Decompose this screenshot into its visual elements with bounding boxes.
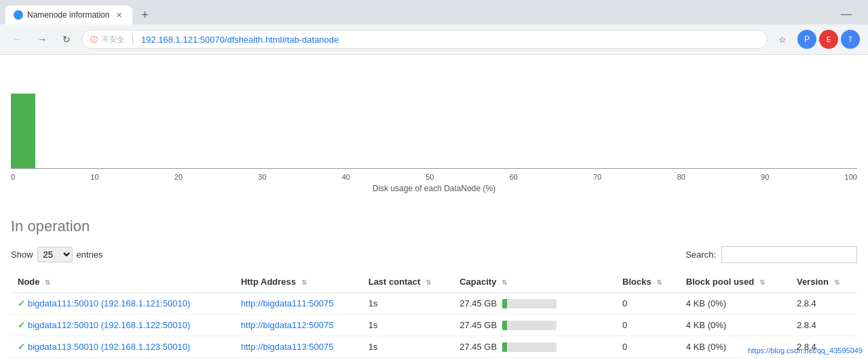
url-bar[interactable]: ⓘ 不安全 ｜ 192.168.1.121:50070/dfshealth.ht… [81,30,768,49]
cell-http-0: http://bigdata111:50075 [234,293,362,315]
cell-contact-2: 1s [362,336,453,358]
toolbar-icons: P E T [797,30,860,49]
axis-label-30: 30 [258,173,266,181]
axis-label-50: 50 [426,173,434,181]
entries-select[interactable]: 10 25 50 100 [37,247,73,262]
address-bar: ← → ↻ ⓘ 不安全 ｜ 192.168.1.121:50070/dfshea… [0,24,868,54]
capacity-cell-0: 27.45 GB [459,298,609,308]
capacity-bar-2 [502,342,506,352]
table-controls: Show 10 25 50 100 entries Search: [11,246,857,263]
check-icon: ✓ [18,342,25,352]
axis-label-40: 40 [342,173,350,181]
table-header-row: Node ⇅ Http Address ⇅ Last contact ⇅ Cap… [11,271,857,293]
cell-blocks-1: 0 [616,315,679,336]
page-content: 0 10 20 30 40 50 60 70 80 90 100 Disk us… [0,55,868,360]
http-link-2[interactable]: http://bigdata113:50075 [241,342,334,352]
sort-capacity-icon: ⇅ [502,279,507,286]
section-title: In operation [11,218,857,235]
cell-blocks-0: 0 [616,293,679,315]
http-link-1[interactable]: http://bigdata112:50075 [241,320,334,330]
axis-label-80: 80 [677,173,685,181]
col-capacity[interactable]: Capacity ⇅ [453,271,616,293]
cell-contact-0: 1s [362,293,453,315]
capacity-value-1: 27.45 GB [459,320,497,330]
cell-capacity-1: 27.45 GB [453,315,616,336]
capacity-cell-2: 27.45 GB [459,342,609,352]
show-entries: Show 10 25 50 100 entries [11,247,103,262]
reload-button[interactable]: ↻ [57,30,76,49]
capacity-value-0: 27.45 GB [459,298,497,308]
forward-button[interactable]: → [33,30,52,49]
sort-http-icon: ⇅ [301,279,307,286]
cell-version-1: 2.8.4 [790,315,857,336]
cell-capacity-2: 27.45 GB [453,336,616,358]
capacity-bar-container-1 [502,321,556,330]
axis-label-100: 100 [845,173,857,181]
table-body: ✓bigdata111:50010 (192.168.1.121:50010)h… [11,293,857,358]
entries-label: entries [77,249,103,260]
tab-close-button[interactable]: ✕ [113,9,124,20]
capacity-bar-0 [502,299,506,308]
cell-contact-1: 1s [362,315,453,336]
node-link-0[interactable]: bigdata111:50010 (192.168.1.121:50010) [28,298,190,308]
url-separator-pipe: ｜ [128,33,137,45]
node-link-1[interactable]: bigdata112:50010 (192.168.1.122:50010) [28,320,190,330]
tab-bar: 🌐 Namenode information ✕ + — [0,0,868,24]
capacity-bar-container-0 [502,299,556,308]
col-last-contact[interactable]: Last contact ⇅ [362,271,453,293]
url-separator: 不安全 [102,35,124,45]
search-box: Search: [685,246,857,263]
sort-node-icon: ⇅ [45,279,50,286]
chart-title: Disk usage of each DataNode (%) [11,184,857,193]
profile-icon[interactable]: P [797,30,816,49]
minimize-button[interactable]: — [830,8,863,20]
capacity-bar-1 [502,321,506,330]
axis-label-20: 20 [174,173,183,181]
capacity-cell-1: 27.45 GB [459,320,609,330]
cell-http-2: http://bigdata113:50075 [234,336,362,358]
col-http-address[interactable]: Http Address ⇅ [234,271,362,293]
search-input[interactable] [721,246,857,263]
chart-x-axis: 0 10 20 30 40 50 60 70 80 90 100 [11,172,857,182]
show-label: Show [11,249,33,260]
cell-pool-1: 4 KB (0%) [679,315,790,336]
active-tab[interactable]: 🌐 Namenode information ✕ [5,5,132,24]
new-tab-button[interactable]: + [135,5,154,24]
node-link-2[interactable]: bigdata113:50010 (192.168.1.123:50010) [28,342,190,352]
cell-version-0: 2.8.4 [790,293,857,315]
col-blocks[interactable]: Blocks ⇅ [616,271,679,293]
axis-label-60: 60 [510,173,518,181]
axis-label-90: 90 [761,173,769,181]
axis-label-70: 70 [593,173,601,181]
chart-area: 0 10 20 30 40 50 60 70 80 90 100 Disk us… [11,55,857,204]
disk-usage-chart [11,60,857,169]
translate-icon[interactable]: T [841,30,860,49]
capacity-value-2: 27.45 GB [459,342,497,352]
col-node[interactable]: Node ⇅ [11,271,234,293]
bottom-link[interactable]: https://blog.csdn.net/qq_43595049 [748,346,863,355]
http-link-0[interactable]: http://bigdata111:50075 [241,298,334,308]
axis-label-0: 0 [11,173,15,181]
bookmark-button[interactable]: ☆ [773,30,792,49]
check-icon: ✓ [18,298,25,308]
back-button[interactable]: ← [8,30,27,49]
extension-icon[interactable]: E [819,30,838,49]
cell-node-0: ✓bigdata111:50010 (192.168.1.121:50010) [11,293,234,315]
tab-favicon: 🌐 [14,10,23,20]
security-icon: ⓘ [90,35,98,45]
datanode-table: Node ⇅ Http Address ⇅ Last contact ⇅ Cap… [11,271,857,358]
table-row: ✓bigdata111:50010 (192.168.1.121:50010)h… [11,293,857,315]
sort-version-icon: ⇅ [834,279,839,286]
col-block-pool-used[interactable]: Block pool used ⇅ [679,271,790,293]
sort-contact-icon: ⇅ [426,279,431,286]
cell-node-2: ✓bigdata113:50010 (192.168.1.123:50010) [11,336,234,358]
cell-blocks-2: 0 [616,336,679,358]
col-version[interactable]: Version ⇅ [790,271,857,293]
sort-pool-icon: ⇅ [759,279,765,286]
check-icon: ✓ [18,320,25,330]
cell-http-1: http://bigdata112:50075 [234,315,362,336]
url-text: 192.168.1.121:50070/dfshealth.html#tab-d… [141,35,759,45]
axis-label-10: 10 [90,173,98,181]
search-label: Search: [685,249,716,260]
cell-capacity-0: 27.45 GB [453,293,616,315]
